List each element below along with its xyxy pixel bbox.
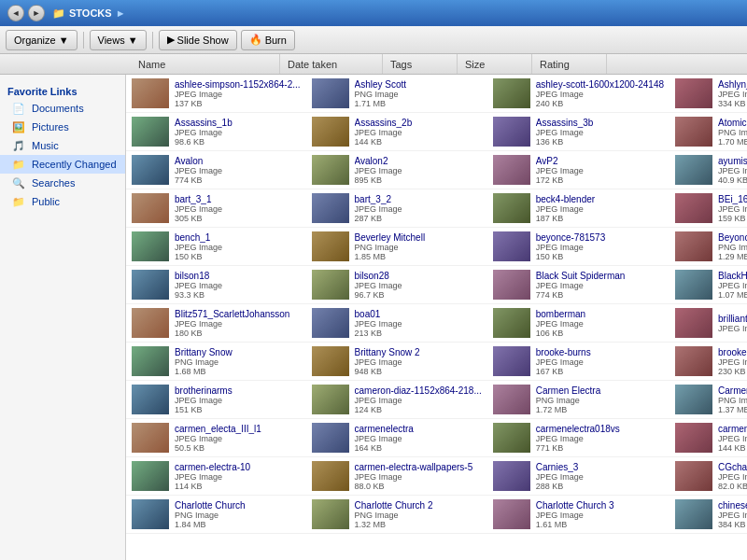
col-size[interactable]: Size bbox=[458, 54, 532, 74]
file-item[interactable]: brotherinarmsJPEG Image151 KB bbox=[126, 381, 306, 419]
file-name: Carnies_3 bbox=[536, 462, 664, 472]
file-item[interactable]: boa01JPEG Image213 KB bbox=[306, 304, 487, 343]
col-rating[interactable]: Rating bbox=[532, 54, 607, 74]
file-item[interactable]: carmen-electra-JPEG Image144 KB bbox=[669, 419, 747, 457]
file-info: chinese1JPEG Image384 KB bbox=[718, 500, 747, 529]
burn-button[interactable]: 🔥 Burn bbox=[241, 30, 295, 50]
file-item[interactable]: beyonce-781573JPEG Image150 KB bbox=[487, 228, 669, 266]
file-item[interactable]: bombermanJPEG Image106 KB bbox=[487, 304, 669, 343]
file-item[interactable]: BlackHand1600x1200JPEG Image1.07 MB bbox=[669, 266, 747, 304]
file-type: PNG Image bbox=[718, 396, 747, 405]
file-type: JPEG Image bbox=[175, 166, 301, 175]
file-item[interactable]: ayumisuperrapstarlolJPEG Image40.9 KB bbox=[669, 151, 747, 189]
file-size: 93.3 KB bbox=[175, 290, 301, 300]
file-item[interactable]: bench_1JPEG Image150 KB bbox=[126, 228, 306, 266]
sidebar-item-music[interactable]: 🎵Music bbox=[0, 136, 125, 155]
file-thumbnail bbox=[493, 155, 530, 185]
file-item[interactable]: Assassins_1bJPEG Image98.6 KB bbox=[126, 113, 306, 151]
file-item[interactable]: AvalonJPEG Image774 KB bbox=[126, 151, 306, 189]
col-tags[interactable]: Tags bbox=[383, 54, 458, 74]
file-item[interactable]: AvP2JPEG Image172 KB bbox=[487, 151, 669, 189]
file-item[interactable]: Black Suit SpidermanJPEG Image774 KB bbox=[487, 266, 669, 304]
file-item[interactable]: Charlotte Church 3JPEG Image1.61 MB bbox=[487, 496, 669, 534]
file-type: JPEG Image bbox=[175, 472, 301, 482]
file-size: 150 KB bbox=[175, 252, 301, 261]
file-item[interactable]: carmen_electa_III_l1JPEG Image50.5 KB bbox=[126, 419, 306, 457]
file-type: PNG Image bbox=[718, 128, 747, 137]
file-item[interactable]: Carmen ElectraPNG Image1.72 MB bbox=[487, 381, 669, 419]
sidebar-item-documents[interactable]: 📄Documents bbox=[0, 99, 125, 118]
file-item[interactable]: carmen-electra-wallpapers-5JPEG Image88.… bbox=[306, 457, 487, 496]
views-button[interactable]: Views ▼ bbox=[90, 30, 147, 50]
file-item[interactable]: Carmen Electra 2PNG Image1.37 MB bbox=[669, 381, 747, 419]
file-item[interactable]: Brittany Snow 2JPEG Image948 KB bbox=[306, 343, 487, 381]
file-name: boa01 bbox=[355, 309, 482, 319]
file-item[interactable]: brooke-burnsJPEG Image167 KB bbox=[487, 343, 669, 381]
forward-button[interactable]: ► bbox=[28, 5, 45, 21]
file-info: Avalon2JPEG Image895 KB bbox=[355, 156, 482, 185]
file-item[interactable]: Carnies_3JPEG Image288 KB bbox=[487, 457, 669, 496]
file-info: Atomic KittenPNG Image1.70 MB bbox=[718, 118, 747, 147]
file-item[interactable]: bilson18JPEG Image93.3 KB bbox=[126, 266, 306, 304]
file-item[interactable]: carmen-electra-10JPEG Image114 KB bbox=[126, 457, 306, 496]
slideshow-icon: ▶ bbox=[167, 34, 175, 46]
file-type: JPEG Image bbox=[355, 166, 482, 175]
file-item[interactable]: chinese1JPEG Image384 KB bbox=[669, 496, 747, 534]
sidebar-item-public[interactable]: 📁Public bbox=[0, 192, 125, 211]
file-thumbnail bbox=[132, 117, 169, 147]
file-name: brookeburns- bbox=[718, 347, 747, 357]
sidebar-item-searches[interactable]: 🔍Searches bbox=[0, 174, 125, 192]
svg-rect-35 bbox=[675, 385, 712, 414]
file-item[interactable]: CGchaosmarine2JPEG Image82.0 KB bbox=[669, 457, 747, 496]
file-item[interactable]: brookeburns-JPEG Image230 KB bbox=[669, 343, 747, 381]
file-item[interactable]: Assassins_2bJPEG Image144 KB bbox=[306, 113, 487, 151]
file-item[interactable]: Assassins_3bJPEG Image136 KB bbox=[487, 113, 669, 151]
file-thumbnail bbox=[132, 270, 169, 300]
sidebar-item-pictures[interactable]: 🖼️Pictures bbox=[0, 118, 125, 136]
file-item[interactable]: beck4-blenderJPEG Image187 KB bbox=[487, 189, 669, 228]
file-item[interactable]: brilliantovuidoc11444 69rb7 (2)JPEG Imag… bbox=[669, 304, 747, 343]
file-item[interactable]: carmenelectraJPEG Image164 KB bbox=[306, 419, 487, 457]
file-item[interactable]: Charlotte ChurchPNG Image1.84 MB bbox=[126, 496, 306, 534]
svg-rect-33 bbox=[312, 385, 349, 414]
file-item[interactable]: Avalon2JPEG Image895 KB bbox=[306, 151, 487, 189]
sidebar-item-recently-changed[interactable]: 📁Recently Changed bbox=[0, 155, 125, 174]
file-item[interactable]: Atomic KittenPNG Image1.70 MB bbox=[669, 113, 747, 151]
file-item[interactable]: Charlotte Church 2PNG Image1.32 MB bbox=[306, 496, 487, 534]
col-name[interactable]: Name bbox=[131, 54, 280, 74]
file-item[interactable]: Beverley MitchellPNG Image1.85 MB bbox=[306, 228, 487, 266]
file-item[interactable]: cameron-diaz-1152x864-218...JPEG Image12… bbox=[306, 381, 487, 419]
file-item[interactable]: bilson28JPEG Image96.7 KB bbox=[306, 266, 487, 304]
col-date-taken[interactable]: Date taken bbox=[280, 54, 383, 74]
file-item[interactable]: Brittany SnowPNG Image1.68 MB bbox=[126, 343, 306, 381]
file-item[interactable]: Ashlyn_by_D4D1JPEG Image334 KB bbox=[669, 75, 747, 113]
file-name: beyonce-781573 bbox=[536, 232, 664, 243]
file-type: JPEG Image bbox=[536, 243, 664, 252]
file-name: Brittany Snow 2 bbox=[355, 347, 482, 357]
file-list[interactable]: ashlee-simpson-1152x864-2...JPEG Image13… bbox=[126, 75, 747, 560]
file-item[interactable]: BEi_16_by_D4D1JPEG Image159 KB bbox=[669, 189, 747, 228]
file-item[interactable]: Blitz571_ScarlettJohanssonJPEG Image180 … bbox=[126, 304, 306, 343]
file-item[interactable]: ashley-scott-1600x1200-24148JPEG Image24… bbox=[487, 75, 669, 113]
file-size: 164 KB bbox=[355, 443, 482, 453]
file-name: Assassins_3b bbox=[536, 118, 664, 128]
sidebar-items: 📄Documents🖼️Pictures🎵Music📁Recently Chan… bbox=[0, 99, 125, 211]
file-item[interactable]: Ashley ScottPNG Image1.71 MB bbox=[306, 75, 487, 113]
svg-rect-28 bbox=[132, 346, 169, 376]
svg-rect-40 bbox=[132, 461, 169, 491]
file-name: carmen-electra-wallpapers-5 bbox=[355, 462, 482, 472]
file-item[interactable]: bart_3_1JPEG Image305 KB bbox=[126, 189, 306, 228]
organize-button[interactable]: Organize ▼ bbox=[6, 30, 78, 50]
file-type: JPEG Image bbox=[718, 281, 747, 290]
svg-rect-29 bbox=[312, 346, 349, 376]
svg-rect-9 bbox=[312, 155, 349, 185]
file-size: 136 KB bbox=[536, 137, 664, 147]
toolbar-separator-1 bbox=[83, 32, 84, 49]
slideshow-button[interactable]: ▶ Slide Show bbox=[159, 30, 237, 50]
file-type: JPEG Image bbox=[536, 472, 664, 482]
back-button[interactable]: ◄ bbox=[7, 5, 24, 21]
file-item[interactable]: bart_3_2JPEG Image287 KB bbox=[306, 189, 487, 228]
file-item[interactable]: Beyonce KnowlesPNG Image1.29 MB bbox=[669, 228, 747, 266]
file-item[interactable]: carmenelectra018vsJPEG Image771 KB bbox=[487, 419, 669, 457]
file-item[interactable]: ashlee-simpson-1152x864-2...JPEG Image13… bbox=[126, 75, 306, 113]
